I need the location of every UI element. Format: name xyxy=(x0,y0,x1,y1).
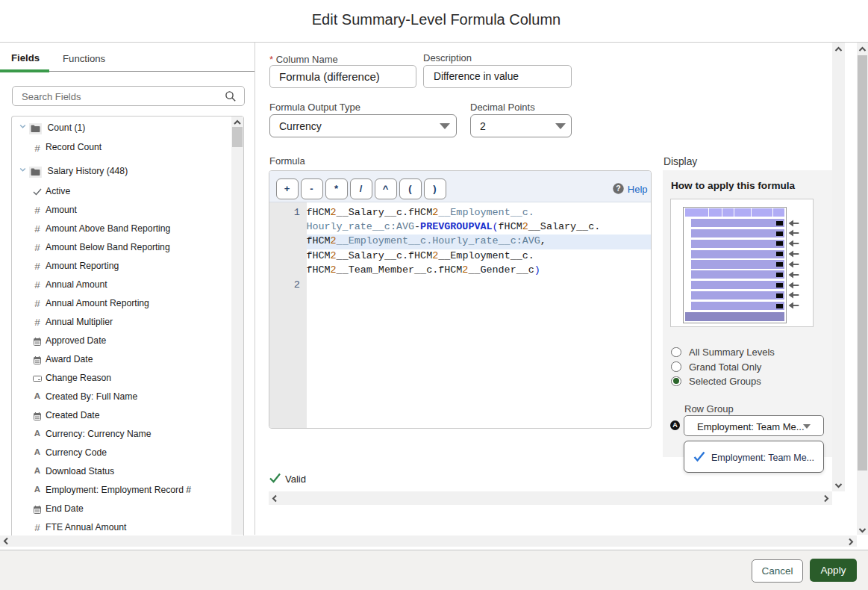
svg-text:?: ? xyxy=(616,184,620,193)
